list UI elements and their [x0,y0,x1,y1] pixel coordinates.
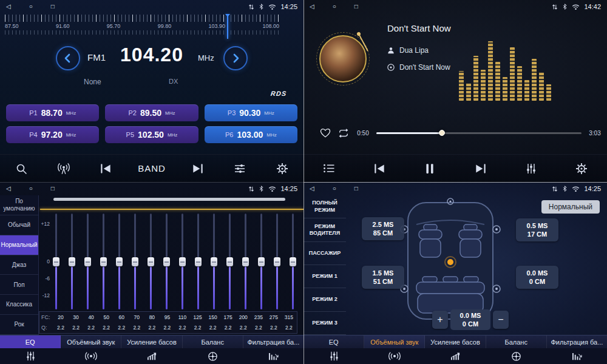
eq-preset-pop[interactable]: Поп [0,275,38,295]
eq-band-slider[interactable] [131,214,138,309]
eq-band-slider[interactable] [115,214,123,309]
tab-surround[interactable]: Объёмный звук [61,335,121,348]
nav-recents-icon[interactable]: □ [51,186,55,192]
slider-knob[interactable] [179,257,186,266]
mode-1[interactable]: РЕЖИМ 1 [304,265,346,288]
frequency-ruler[interactable]: 87.50 91.60 95.70 99.80 103.90 108.00 [5,15,279,39]
nav-recents-icon[interactable]: □ [354,4,358,10]
slider-knob[interactable] [132,257,138,266]
decrease-delay-button[interactable]: − [493,311,509,329]
eq-band-slider[interactable] [84,214,91,309]
front-left-delay-button[interactable]: 2.5 MS 85 CM [362,217,404,240]
preset-button-p6[interactable]: P6 103.00 MHz [205,126,297,143]
preset-button-p3[interactable]: P3 90.30 MHz [205,104,297,121]
mode-2[interactable]: РЕЖИМ 2 [304,288,346,311]
eq-band-slider[interactable] [257,214,265,309]
nav-back-icon[interactable]: ◁ [310,186,314,192]
slider-knob[interactable] [290,257,296,266]
front-right-delay-button[interactable]: 0.5 MS 17 CM [516,218,558,241]
preset-button-p2[interactable]: P2 89.50 MHz [105,104,198,121]
bass-boost-tab-icon[interactable] [121,352,182,361]
slider-knob[interactable] [226,257,233,266]
preset-button-p5[interactable]: P5 102.50 MHz [105,126,198,143]
nav-back-icon[interactable]: ◁ [6,4,11,10]
equalizer-button[interactable] [521,158,541,179]
playlist-button[interactable] [319,158,339,179]
sound-profile-button[interactable]: Нормальный [541,200,600,214]
eq-band-slider[interactable] [52,214,59,309]
balance-tab-icon[interactable] [486,351,546,362]
settings-button[interactable] [571,158,592,179]
slider-knob[interactable] [148,257,154,266]
rear-left-delay-button[interactable]: 1.5 MS 51 CM [362,266,404,289]
eq-preset-rock[interactable]: Рок [0,315,38,335]
tab-bass-boost[interactable]: Усиление басов [425,335,486,348]
nav-back-icon[interactable]: ◁ [6,186,11,192]
eq-band-slider[interactable] [178,214,186,309]
slider-knob[interactable] [100,257,107,266]
slider-knob[interactable] [274,257,280,266]
rear-right-delay-button[interactable]: 0.0 MS 0 CM [516,266,558,289]
slider-knob[interactable] [195,257,202,266]
slider-knob[interactable] [258,257,265,266]
nav-home-icon[interactable]: ○ [333,186,336,192]
slider-knob[interactable] [69,257,75,266]
audio-settings-button[interactable] [229,158,250,179]
eq-band-slider[interactable] [163,214,170,309]
eq-tab-icon[interactable] [304,351,364,362]
surround-tab-icon[interactable] [61,352,121,360]
tab-bass-boost[interactable]: Усиление басов [121,335,182,348]
tab-eq[interactable]: EQ [0,335,61,348]
increase-delay-button[interactable]: + [432,311,448,329]
mode-passenger[interactable]: ПАССАЖИР [304,242,346,265]
nav-home-icon[interactable]: ○ [333,4,336,10]
mode-full[interactable]: ПОЛНЫЙ РЕЖИМ [304,195,346,218]
slider-knob[interactable] [163,257,170,266]
preset-button-p4[interactable]: P4 97.20 MHz [6,126,99,143]
eq-band-slider[interactable] [289,214,296,309]
tab-filter[interactable]: Фильтрация ба... [547,335,607,348]
eq-band-slider[interactable] [147,214,154,309]
eq-band-slider[interactable] [273,214,280,309]
slider-knob[interactable] [53,257,59,266]
previous-track-button[interactable] [369,158,390,179]
nav-home-icon[interactable]: ○ [29,186,33,192]
nav-back-icon[interactable]: ◁ [310,4,314,10]
eq-tab-icon[interactable] [0,351,61,362]
slider-knob[interactable] [116,257,123,266]
search-stations-button[interactable] [11,158,32,179]
settings-button[interactable] [272,158,293,179]
eq-band-slider[interactable] [242,214,249,309]
eq-band-slider[interactable] [194,214,202,309]
eq-band-slider[interactable] [100,214,107,309]
mode-3[interactable]: РЕЖИМ 3 [304,312,346,335]
eq-preset-custom[interactable]: Обычай [0,215,38,235]
slider-knob[interactable] [242,257,249,266]
next-track-button[interactable] [470,158,491,179]
previous-station-button[interactable] [95,158,116,179]
tune-up-button[interactable] [223,46,248,70]
pause-button[interactable] [419,158,440,179]
balance-tab-icon[interactable] [182,351,243,362]
tab-filter[interactable]: Фильтрация ба... [243,335,304,348]
eq-band-slider[interactable] [226,214,233,309]
bass-boost-tab-icon[interactable] [425,352,486,361]
eq-preset-classic[interactable]: Классика [0,295,38,315]
favorite-button[interactable] [319,127,331,139]
eq-band-slider[interactable] [210,214,217,309]
progress-knob[interactable] [439,130,445,136]
broadcast-button[interactable] [53,158,74,179]
nav-recents-icon[interactable]: □ [354,186,358,192]
mode-driver[interactable]: РЕЖИМ ВОДИТЕЛЯ [304,218,346,241]
tab-eq[interactable]: EQ [304,335,364,348]
repeat-button[interactable] [337,127,350,139]
filter-tab-icon[interactable] [243,352,304,361]
eq-band-slider[interactable] [68,214,75,309]
eq-preset-default[interactable]: По умолчанию [0,195,38,215]
scroll-indicator[interactable] [53,198,285,201]
tab-balance[interactable]: Баланс [486,335,547,348]
nav-recents-icon[interactable]: □ [51,4,55,10]
tab-balance[interactable]: Баланс [183,335,243,348]
preset-button-p1[interactable]: P1 88.70 MHz [6,104,99,121]
filter-tab-icon[interactable] [546,352,607,361]
